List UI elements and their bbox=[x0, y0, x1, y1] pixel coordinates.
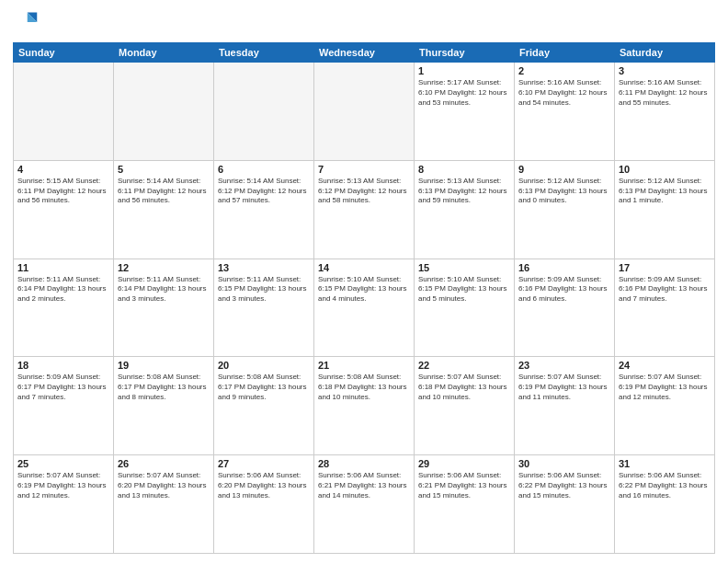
day-info: Sunrise: 5:07 AM Sunset: 6:19 PM Dayligh… bbox=[518, 373, 610, 402]
day-info: Sunrise: 5:10 AM Sunset: 6:15 PM Dayligh… bbox=[418, 275, 510, 304]
weekday-header-monday: Monday bbox=[114, 43, 214, 63]
day-info: Sunrise: 5:13 AM Sunset: 6:13 PM Dayligh… bbox=[418, 177, 510, 206]
day-info: Sunrise: 5:17 AM Sunset: 6:10 PM Dayligh… bbox=[418, 78, 510, 108]
day-number: 12 bbox=[118, 262, 210, 273]
day-cell: 22Sunrise: 5:07 AM Sunset: 6:18 PM Dayli… bbox=[415, 357, 515, 455]
day-info: Sunrise: 5:14 AM Sunset: 6:11 PM Dayligh… bbox=[118, 177, 210, 206]
day-cell: 3Sunrise: 5:16 AM Sunset: 6:11 PM Daylig… bbox=[615, 63, 715, 161]
day-cell: 14Sunrise: 5:10 AM Sunset: 6:15 PM Dayli… bbox=[314, 259, 415, 357]
weekday-header-row: SundayMondayTuesdayWednesdayThursdayFrid… bbox=[14, 43, 715, 63]
day-cell: 11Sunrise: 5:11 AM Sunset: 6:14 PM Dayli… bbox=[14, 259, 114, 357]
week-row-4: 18Sunrise: 5:09 AM Sunset: 6:17 PM Dayli… bbox=[14, 357, 715, 455]
day-number: 19 bbox=[118, 360, 210, 371]
day-info: Sunrise: 5:15 AM Sunset: 6:11 PM Dayligh… bbox=[17, 177, 109, 206]
day-cell: 24Sunrise: 5:07 AM Sunset: 6:19 PM Dayli… bbox=[615, 357, 715, 455]
day-number: 27 bbox=[218, 458, 310, 469]
day-cell: 6Sunrise: 5:14 AM Sunset: 6:12 PM Daylig… bbox=[214, 160, 314, 259]
day-cell: 1Sunrise: 5:17 AM Sunset: 6:10 PM Daylig… bbox=[415, 63, 515, 161]
day-info: Sunrise: 5:06 AM Sunset: 6:21 PM Dayligh… bbox=[418, 471, 510, 500]
day-info: Sunrise: 5:09 AM Sunset: 6:17 PM Dayligh… bbox=[17, 373, 109, 402]
day-number: 14 bbox=[318, 262, 410, 273]
day-cell bbox=[114, 63, 214, 161]
day-cell: 5Sunrise: 5:14 AM Sunset: 6:11 PM Daylig… bbox=[114, 160, 214, 259]
day-number: 28 bbox=[318, 458, 410, 469]
day-info: Sunrise: 5:12 AM Sunset: 6:13 PM Dayligh… bbox=[619, 177, 711, 206]
day-info: Sunrise: 5:11 AM Sunset: 6:15 PM Dayligh… bbox=[218, 275, 310, 304]
week-row-3: 11Sunrise: 5:11 AM Sunset: 6:14 PM Dayli… bbox=[14, 259, 715, 357]
day-info: Sunrise: 5:12 AM Sunset: 6:13 PM Dayligh… bbox=[518, 177, 610, 206]
day-info: Sunrise: 5:11 AM Sunset: 6:14 PM Dayligh… bbox=[17, 275, 109, 304]
day-number: 1 bbox=[418, 65, 510, 76]
day-number: 16 bbox=[518, 262, 610, 273]
day-cell: 12Sunrise: 5:11 AM Sunset: 6:14 PM Dayli… bbox=[114, 259, 214, 357]
day-cell bbox=[14, 63, 114, 161]
week-row-2: 4Sunrise: 5:15 AM Sunset: 6:11 PM Daylig… bbox=[14, 160, 715, 259]
day-cell: 31Sunrise: 5:06 AM Sunset: 6:22 PM Dayli… bbox=[615, 455, 715, 554]
day-info: Sunrise: 5:08 AM Sunset: 6:17 PM Dayligh… bbox=[218, 373, 310, 402]
day-cell: 16Sunrise: 5:09 AM Sunset: 6:16 PM Dayli… bbox=[515, 259, 615, 357]
day-cell: 27Sunrise: 5:06 AM Sunset: 6:20 PM Dayli… bbox=[214, 455, 314, 554]
day-cell: 15Sunrise: 5:10 AM Sunset: 6:15 PM Dayli… bbox=[415, 259, 515, 357]
day-cell: 29Sunrise: 5:06 AM Sunset: 6:21 PM Dayli… bbox=[415, 455, 515, 554]
day-cell bbox=[214, 63, 314, 161]
weekday-header-sunday: Sunday bbox=[14, 43, 114, 63]
day-cell: 2Sunrise: 5:16 AM Sunset: 6:10 PM Daylig… bbox=[515, 63, 615, 161]
logo-icon bbox=[13, 9, 39, 35]
day-number: 11 bbox=[17, 262, 109, 273]
header bbox=[13, 9, 715, 35]
day-info: Sunrise: 5:13 AM Sunset: 6:12 PM Dayligh… bbox=[318, 177, 410, 206]
day-cell: 26Sunrise: 5:07 AM Sunset: 6:20 PM Dayli… bbox=[114, 455, 214, 554]
day-info: Sunrise: 5:11 AM Sunset: 6:14 PM Dayligh… bbox=[118, 275, 210, 304]
weekday-header-saturday: Saturday bbox=[615, 43, 715, 63]
day-cell: 28Sunrise: 5:06 AM Sunset: 6:21 PM Dayli… bbox=[314, 455, 415, 554]
day-info: Sunrise: 5:06 AM Sunset: 6:22 PM Dayligh… bbox=[518, 471, 610, 500]
day-info: Sunrise: 5:06 AM Sunset: 6:21 PM Dayligh… bbox=[318, 471, 410, 500]
day-number: 22 bbox=[418, 360, 510, 371]
day-cell: 8Sunrise: 5:13 AM Sunset: 6:13 PM Daylig… bbox=[415, 160, 515, 259]
week-row-5: 25Sunrise: 5:07 AM Sunset: 6:19 PM Dayli… bbox=[14, 455, 715, 554]
page: SundayMondayTuesdayWednesdayThursdayFrid… bbox=[0, 0, 728, 563]
day-number: 30 bbox=[518, 458, 610, 469]
day-number: 24 bbox=[619, 360, 711, 371]
day-number: 23 bbox=[518, 360, 610, 371]
day-number: 8 bbox=[418, 164, 510, 175]
day-cell: 30Sunrise: 5:06 AM Sunset: 6:22 PM Dayli… bbox=[515, 455, 615, 554]
day-info: Sunrise: 5:16 AM Sunset: 6:11 PM Dayligh… bbox=[619, 78, 711, 108]
day-cell bbox=[314, 63, 415, 161]
day-cell: 13Sunrise: 5:11 AM Sunset: 6:15 PM Dayli… bbox=[214, 259, 314, 357]
weekday-header-tuesday: Tuesday bbox=[214, 43, 314, 63]
day-number: 13 bbox=[218, 262, 310, 273]
day-number: 29 bbox=[418, 458, 510, 469]
day-number: 18 bbox=[17, 360, 109, 371]
day-number: 5 bbox=[118, 164, 210, 175]
calendar-table: SundayMondayTuesdayWednesdayThursdayFrid… bbox=[13, 42, 715, 554]
day-cell: 19Sunrise: 5:08 AM Sunset: 6:17 PM Dayli… bbox=[114, 357, 214, 455]
day-cell: 9Sunrise: 5:12 AM Sunset: 6:13 PM Daylig… bbox=[515, 160, 615, 259]
day-number: 2 bbox=[518, 65, 610, 76]
day-info: Sunrise: 5:09 AM Sunset: 6:16 PM Dayligh… bbox=[619, 275, 711, 304]
day-info: Sunrise: 5:16 AM Sunset: 6:10 PM Dayligh… bbox=[518, 78, 610, 108]
day-cell: 25Sunrise: 5:07 AM Sunset: 6:19 PM Dayli… bbox=[14, 455, 114, 554]
day-cell: 17Sunrise: 5:09 AM Sunset: 6:16 PM Dayli… bbox=[615, 259, 715, 357]
day-info: Sunrise: 5:08 AM Sunset: 6:18 PM Dayligh… bbox=[318, 373, 410, 402]
day-info: Sunrise: 5:07 AM Sunset: 6:18 PM Dayligh… bbox=[418, 373, 510, 402]
day-number: 31 bbox=[619, 458, 711, 469]
day-info: Sunrise: 5:06 AM Sunset: 6:20 PM Dayligh… bbox=[218, 471, 310, 500]
day-number: 7 bbox=[318, 164, 410, 175]
week-row-1: 1Sunrise: 5:17 AM Sunset: 6:10 PM Daylig… bbox=[14, 63, 715, 161]
day-info: Sunrise: 5:07 AM Sunset: 6:19 PM Dayligh… bbox=[17, 471, 109, 500]
day-number: 15 bbox=[418, 262, 510, 273]
day-number: 6 bbox=[218, 164, 310, 175]
day-cell: 4Sunrise: 5:15 AM Sunset: 6:11 PM Daylig… bbox=[14, 160, 114, 259]
day-cell: 20Sunrise: 5:08 AM Sunset: 6:17 PM Dayli… bbox=[214, 357, 314, 455]
day-number: 26 bbox=[118, 458, 210, 469]
day-info: Sunrise: 5:14 AM Sunset: 6:12 PM Dayligh… bbox=[218, 177, 310, 206]
weekday-header-wednesday: Wednesday bbox=[314, 43, 415, 63]
day-number: 17 bbox=[619, 262, 711, 273]
day-info: Sunrise: 5:08 AM Sunset: 6:17 PM Dayligh… bbox=[118, 373, 210, 402]
day-number: 9 bbox=[518, 164, 610, 175]
day-number: 25 bbox=[17, 458, 109, 469]
day-info: Sunrise: 5:09 AM Sunset: 6:16 PM Dayligh… bbox=[518, 275, 610, 304]
day-info: Sunrise: 5:07 AM Sunset: 6:19 PM Dayligh… bbox=[619, 373, 711, 402]
day-info: Sunrise: 5:07 AM Sunset: 6:20 PM Dayligh… bbox=[118, 471, 210, 500]
